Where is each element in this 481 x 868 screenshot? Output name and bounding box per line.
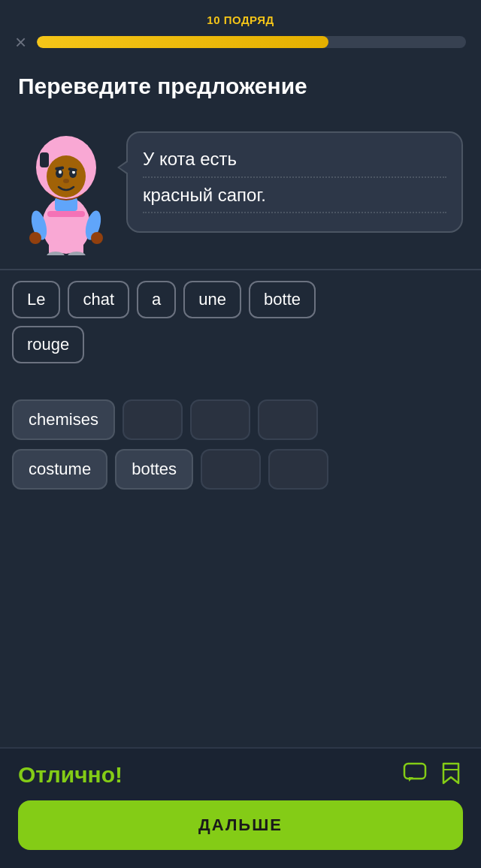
bottom-spacer	[0, 497, 481, 617]
bank-empty-2	[190, 399, 250, 440]
next-button[interactable]: ДАЛЬШЕ	[18, 800, 463, 850]
bottom-bar: Отлично! ДАЛЬШЕ	[0, 747, 481, 868]
bank-word-costume[interactable]: costume	[12, 449, 107, 490]
bank-empty-4	[201, 449, 261, 490]
svg-point-7	[29, 232, 41, 244]
svg-rect-14	[40, 152, 49, 167]
section-divider	[0, 269, 481, 270]
selected-word-le[interactable]: Le	[12, 281, 60, 318]
comment-button[interactable]	[403, 761, 427, 788]
result-label: Отлично!	[18, 762, 123, 788]
progress-bar-fill	[37, 36, 328, 48]
bank-row-2: costume bottes	[12, 449, 469, 490]
progress-bar-background	[37, 36, 466, 48]
selected-word-une[interactable]: une	[183, 281, 241, 318]
bank-word-chemises[interactable]: chemises	[12, 399, 115, 440]
svg-point-21	[63, 179, 69, 183]
dotted-divider1	[143, 176, 446, 178]
selected-row-2: rouge	[12, 326, 469, 363]
dotted-divider2	[143, 212, 446, 213]
bookmark-icon	[439, 761, 463, 785]
character-illustration	[17, 116, 115, 255]
svg-point-13	[47, 155, 86, 197]
svg-point-8	[91, 232, 103, 244]
bank-row-1: chemises	[12, 399, 469, 440]
speech-line1: У кота есть	[143, 149, 237, 169]
selected-word-area: Le chat a une botte rouge	[0, 281, 481, 386]
close-button[interactable]: ×	[15, 32, 26, 52]
character	[14, 116, 119, 255]
progress-row: ×	[15, 32, 466, 52]
action-icons	[403, 761, 463, 788]
word-bank: chemises costume bottes	[0, 386, 481, 497]
bookmark-button[interactable]	[439, 761, 463, 788]
svg-rect-10	[47, 211, 85, 217]
bank-word-bottes[interactable]: bottes	[115, 449, 193, 490]
selected-row-1: Le chat a une botte	[12, 281, 469, 318]
bank-empty-3	[258, 399, 318, 440]
selected-word-chat[interactable]: chat	[68, 281, 129, 318]
svg-rect-22	[404, 764, 425, 779]
comment-icon	[403, 761, 427, 785]
speech-line2: красный сапог.	[143, 185, 266, 205]
selected-word-rouge[interactable]: rouge	[12, 326, 84, 363]
instruction-title: Переведите предложение	[0, 59, 481, 100]
streak-label: 10 ПОДРЯД	[207, 14, 274, 26]
header: 10 ПОДРЯД ×	[0, 0, 481, 59]
bank-empty-1	[123, 399, 183, 440]
svg-point-17	[59, 170, 62, 174]
result-row: Отлично!	[18, 761, 463, 788]
selected-word-a[interactable]: a	[137, 281, 176, 318]
selected-word-botte[interactable]: botte	[249, 281, 316, 318]
scene: У кота есть красный сапог.	[0, 100, 481, 263]
speech-bubble: У кота есть красный сапог.	[126, 131, 463, 233]
bank-empty-5	[268, 449, 328, 490]
